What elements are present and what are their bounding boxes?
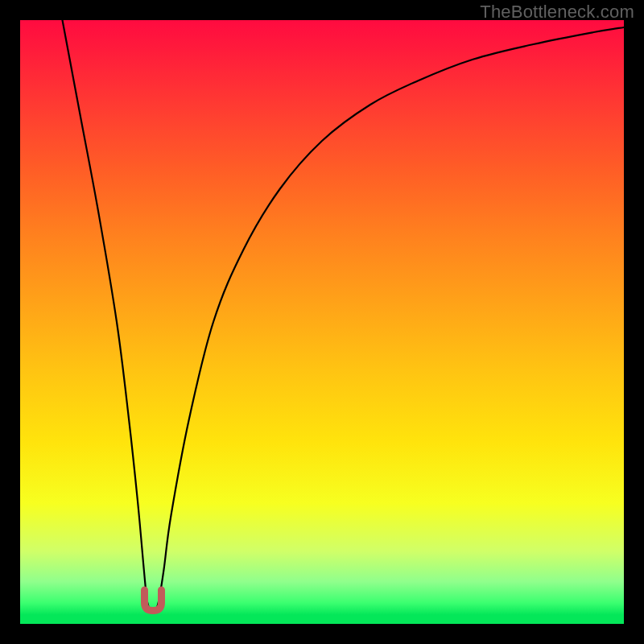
plot-area <box>20 20 624 624</box>
chart-frame: TheBottleneck.com <box>0 0 644 644</box>
curve-layer <box>20 20 624 624</box>
watermark-text: TheBottleneck.com <box>480 2 634 23</box>
bottleneck-curve <box>63 20 625 612</box>
optimal-marker <box>145 590 162 611</box>
